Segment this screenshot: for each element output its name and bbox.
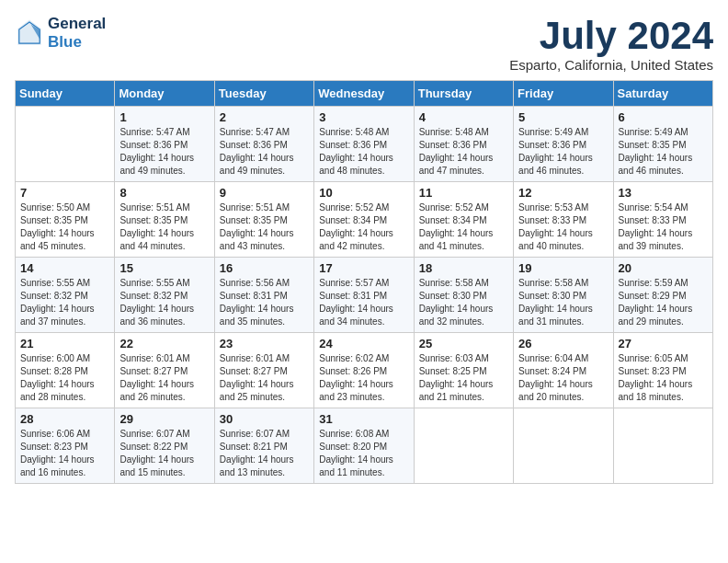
logo-text: General Blue [48, 15, 106, 51]
day-number: 2 [220, 110, 309, 124]
day-info: Sunrise: 5:58 AM Sunset: 8:30 PM Dayligh… [518, 277, 608, 328]
column-header-tuesday: Tuesday [214, 81, 313, 107]
day-info: Sunrise: 5:49 AM Sunset: 8:36 PM Dayligh… [518, 126, 608, 178]
week-row-3: 14Sunrise: 5:55 AM Sunset: 8:32 PM Dayli… [16, 258, 713, 333]
day-number: 31 [319, 412, 408, 426]
day-info: Sunrise: 5:53 AM Sunset: 8:33 PM Dayligh… [518, 201, 608, 253]
column-header-thursday: Thursday [414, 81, 513, 107]
day-number: 17 [319, 261, 408, 275]
calendar-cell [514, 408, 613, 484]
day-info: Sunrise: 5:52 AM Sunset: 8:34 PM Dayligh… [319, 201, 408, 253]
month-title: July 2024 [509, 15, 713, 57]
day-number: 14 [20, 261, 109, 275]
day-info: Sunrise: 5:48 AM Sunset: 8:36 PM Dayligh… [419, 126, 508, 178]
day-info: Sunrise: 5:47 AM Sunset: 8:36 PM Dayligh… [119, 126, 209, 178]
day-number: 12 [518, 186, 608, 200]
day-info: Sunrise: 5:50 AM Sunset: 8:35 PM Dayligh… [20, 201, 109, 253]
calendar-cell: 4Sunrise: 5:48 AM Sunset: 8:36 PM Daylig… [414, 107, 513, 182]
calendar-cell: 24Sunrise: 6:02 AM Sunset: 8:26 PM Dayli… [314, 333, 414, 408]
day-info: Sunrise: 5:56 AM Sunset: 8:31 PM Dayligh… [220, 277, 309, 328]
day-number: 6 [619, 110, 708, 124]
calendar-cell: 12Sunrise: 5:53 AM Sunset: 8:33 PM Dayli… [514, 182, 613, 258]
day-info: Sunrise: 5:49 AM Sunset: 8:35 PM Dayligh… [619, 126, 708, 178]
calendar-cell: 25Sunrise: 6:03 AM Sunset: 8:25 PM Dayli… [414, 333, 513, 408]
day-info: Sunrise: 5:55 AM Sunset: 8:32 PM Dayligh… [119, 277, 209, 328]
day-info: Sunrise: 5:51 AM Sunset: 8:35 PM Dayligh… [119, 201, 209, 253]
calendar-table: SundayMondayTuesdayWednesdayThursdayFrid… [15, 80, 713, 484]
day-info: Sunrise: 6:00 AM Sunset: 8:28 PM Dayligh… [20, 352, 109, 404]
day-info: Sunrise: 5:52 AM Sunset: 8:34 PM Dayligh… [419, 201, 508, 253]
week-row-5: 28Sunrise: 6:06 AM Sunset: 8:23 PM Dayli… [16, 408, 713, 484]
calendar-cell [414, 408, 513, 484]
header: General Blue July 2024 Esparto, Californ… [15, 15, 713, 73]
day-number: 4 [419, 110, 508, 124]
day-number: 5 [518, 110, 608, 124]
calendar-cell: 15Sunrise: 5:55 AM Sunset: 8:32 PM Dayli… [115, 258, 214, 333]
day-number: 3 [319, 110, 408, 124]
calendar-cell: 8Sunrise: 5:51 AM Sunset: 8:35 PM Daylig… [115, 182, 214, 258]
day-number: 15 [119, 261, 209, 275]
title-area: July 2024 Esparto, California, United St… [509, 15, 713, 73]
day-number: 19 [518, 261, 608, 275]
column-header-monday: Monday [115, 81, 214, 107]
calendar-cell: 19Sunrise: 5:58 AM Sunset: 8:30 PM Dayli… [514, 258, 613, 333]
day-info: Sunrise: 6:06 AM Sunset: 8:23 PM Dayligh… [20, 428, 109, 479]
calendar-header-row: SundayMondayTuesdayWednesdayThursdayFrid… [16, 81, 713, 107]
day-info: Sunrise: 5:54 AM Sunset: 8:33 PM Dayligh… [619, 201, 708, 253]
day-number: 23 [220, 337, 309, 350]
column-header-saturday: Saturday [613, 81, 712, 107]
day-number: 8 [119, 186, 209, 200]
calendar-cell: 28Sunrise: 6:06 AM Sunset: 8:23 PM Dayli… [16, 408, 115, 484]
week-row-1: 1Sunrise: 5:47 AM Sunset: 8:36 PM Daylig… [16, 107, 713, 182]
day-info: Sunrise: 6:01 AM Sunset: 8:27 PM Dayligh… [220, 352, 309, 404]
calendar-cell: 16Sunrise: 5:56 AM Sunset: 8:31 PM Dayli… [214, 258, 313, 333]
calendar-cell: 22Sunrise: 6:01 AM Sunset: 8:27 PM Dayli… [115, 333, 214, 408]
day-number: 30 [220, 412, 309, 426]
column-header-wednesday: Wednesday [314, 81, 414, 107]
day-info: Sunrise: 5:55 AM Sunset: 8:32 PM Dayligh… [20, 277, 109, 328]
day-info: Sunrise: 5:51 AM Sunset: 8:35 PM Dayligh… [220, 201, 309, 253]
day-info: Sunrise: 6:08 AM Sunset: 8:20 PM Dayligh… [319, 428, 408, 479]
calendar-cell [16, 107, 115, 182]
week-row-4: 21Sunrise: 6:00 AM Sunset: 8:28 PM Dayli… [16, 333, 713, 408]
day-number: 7 [20, 186, 109, 200]
day-info: Sunrise: 6:01 AM Sunset: 8:27 PM Dayligh… [119, 352, 209, 404]
calendar-cell: 5Sunrise: 5:49 AM Sunset: 8:36 PM Daylig… [514, 107, 613, 182]
calendar-cell: 20Sunrise: 5:59 AM Sunset: 8:29 PM Dayli… [613, 258, 712, 333]
calendar-cell: 29Sunrise: 6:07 AM Sunset: 8:22 PM Dayli… [115, 408, 214, 484]
day-number: 13 [619, 186, 708, 200]
day-number: 25 [419, 337, 508, 350]
day-info: Sunrise: 5:48 AM Sunset: 8:36 PM Dayligh… [319, 126, 408, 178]
calendar-cell: 10Sunrise: 5:52 AM Sunset: 8:34 PM Dayli… [314, 182, 414, 258]
day-info: Sunrise: 6:07 AM Sunset: 8:21 PM Dayligh… [220, 428, 309, 479]
day-number: 11 [419, 186, 508, 200]
calendar-cell: 1Sunrise: 5:47 AM Sunset: 8:36 PM Daylig… [115, 107, 214, 182]
day-number: 9 [220, 186, 309, 200]
day-info: Sunrise: 6:03 AM Sunset: 8:25 PM Dayligh… [419, 352, 508, 404]
day-info: Sunrise: 6:07 AM Sunset: 8:22 PM Dayligh… [119, 428, 209, 479]
day-number: 27 [619, 337, 708, 350]
day-number: 18 [419, 261, 508, 275]
day-info: Sunrise: 6:04 AM Sunset: 8:24 PM Dayligh… [518, 352, 608, 404]
calendar-cell [613, 408, 712, 484]
day-number: 26 [518, 337, 608, 350]
day-number: 16 [220, 261, 309, 275]
calendar-cell: 7Sunrise: 5:50 AM Sunset: 8:35 PM Daylig… [16, 182, 115, 258]
calendar-cell: 31Sunrise: 6:08 AM Sunset: 8:20 PM Dayli… [314, 408, 414, 484]
calendar-cell: 6Sunrise: 5:49 AM Sunset: 8:35 PM Daylig… [613, 107, 712, 182]
week-row-2: 7Sunrise: 5:50 AM Sunset: 8:35 PM Daylig… [16, 182, 713, 258]
calendar-cell: 2Sunrise: 5:47 AM Sunset: 8:36 PM Daylig… [214, 107, 313, 182]
calendar-cell: 26Sunrise: 6:04 AM Sunset: 8:24 PM Dayli… [514, 333, 613, 408]
day-number: 20 [619, 261, 708, 275]
calendar-cell: 23Sunrise: 6:01 AM Sunset: 8:27 PM Dayli… [214, 333, 313, 408]
calendar-cell: 11Sunrise: 5:52 AM Sunset: 8:34 PM Dayli… [414, 182, 513, 258]
day-info: Sunrise: 5:57 AM Sunset: 8:31 PM Dayligh… [319, 277, 408, 328]
day-number: 29 [119, 412, 209, 426]
column-header-friday: Friday [514, 81, 613, 107]
day-number: 10 [319, 186, 408, 200]
day-number: 28 [20, 412, 109, 426]
day-number: 21 [20, 337, 109, 350]
day-info: Sunrise: 6:02 AM Sunset: 8:26 PM Dayligh… [319, 352, 408, 404]
day-number: 1 [119, 110, 209, 124]
day-number: 22 [119, 337, 209, 350]
